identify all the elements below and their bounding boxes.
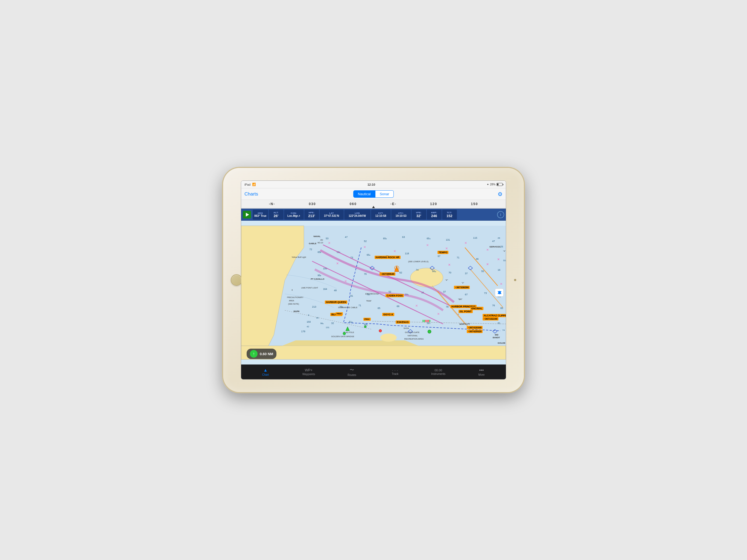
waypoints-label: Waypoints xyxy=(302,373,315,376)
vessel-label-eskenas[interactable]: ESKENAS xyxy=(396,321,410,324)
svg-text:25: 25 xyxy=(500,245,503,248)
nav-item-track[interactable]: - - - Track xyxy=(384,368,406,376)
svg-text:118: 118 xyxy=(405,252,409,255)
svg-text:65: 65 xyxy=(378,307,380,309)
svg-text:GOLDEN GATE: GOLDEN GATE xyxy=(405,331,419,334)
svg-text:39₇: 39₇ xyxy=(427,322,431,325)
svg-text:76: 76 xyxy=(492,304,495,307)
svg-text:47: 47 xyxy=(345,236,347,238)
svg-text:97: 97 xyxy=(438,255,440,258)
svg-text:98₄: 98₄ xyxy=(320,322,324,325)
svg-text:53: 53 xyxy=(326,237,328,240)
svg-text:76: 76 xyxy=(364,273,367,275)
chart-icon: ▲ xyxy=(263,368,268,373)
vessel-label-367425520[interactable]: ~367425520 xyxy=(467,330,483,333)
map-container[interactable]: 53 47 52 65₆ 63 65₆ 131 115 47 25 72 65₈… xyxy=(241,221,506,364)
more-label: More xyxy=(479,373,485,376)
svg-text:78: 78 xyxy=(446,305,448,308)
zoom-control xyxy=(495,288,504,297)
nav-item-more[interactable]: ••• More xyxy=(470,368,492,376)
vessel-label-tempo[interactable]: TEMPO xyxy=(437,251,448,254)
svg-point-139 xyxy=(428,330,431,333)
tab-sonar[interactable]: Sonar xyxy=(376,190,394,198)
svg-text:MID: MID xyxy=(495,334,498,336)
vessel-label-priv2[interactable]: PRIV xyxy=(363,318,371,321)
vessel-label-367389640[interactable]: ~367389640 xyxy=(380,272,395,276)
svg-text:73: 73 xyxy=(484,292,487,295)
svg-rect-151 xyxy=(428,320,429,322)
svg-text:8: 8 xyxy=(292,289,293,291)
play-triangle-icon xyxy=(246,213,249,217)
vessel-label-caden-foss[interactable]: CADEN FOSS xyxy=(386,294,404,297)
lon-field: LON 122°24.044'W xyxy=(344,210,370,220)
svg-text:"4"': "4"' xyxy=(445,279,448,281)
vessel-label-367152240[interactable]: ~367152240 xyxy=(483,317,498,321)
nav-back-button[interactable]: Charts xyxy=(244,192,277,197)
status-right: ✦ 28% xyxy=(487,183,503,186)
wifi-icon: 📶 xyxy=(252,183,256,186)
vessel-label-367419340[interactable]: ~367419340 xyxy=(467,326,483,329)
awp-field: AWP: 246 xyxy=(427,210,442,220)
svg-text:LIME POINT LIGHT: LIME POINT LIGHT xyxy=(301,287,318,289)
nav-item-instruments[interactable]: 00.00 Instruments xyxy=(428,368,449,376)
routes-label: Routes xyxy=(347,374,356,377)
map-svg: 53 47 52 65₆ 63 65₆ 131 115 47 25 72 65₈… xyxy=(241,221,506,364)
settings-icon[interactable]: ⚙ xyxy=(498,191,503,198)
battery-percent: 28% xyxy=(490,183,495,186)
hdg-field: HDG 063° True xyxy=(253,210,268,220)
nav-center: Nautical Sonar xyxy=(277,190,470,198)
svg-text:115: 115 xyxy=(473,236,477,239)
svg-text:AREA: AREA xyxy=(289,300,294,302)
svg-text:71: 71 xyxy=(358,304,361,307)
svg-text:Yellow Bluff Light: Yellow Bluff Light xyxy=(292,256,306,258)
nav-item-chart[interactable]: ▲ Chart xyxy=(255,368,277,376)
routes-icon: 〜 xyxy=(350,367,354,373)
svg-text:TRAF: TRAF xyxy=(366,300,371,302)
instruments-label: Instruments xyxy=(431,373,445,376)
svg-text:8: 8 xyxy=(308,314,309,316)
home-button[interactable] xyxy=(231,274,242,286)
hpe-field: HPE: 213' xyxy=(304,210,319,220)
data-bar: HDG 063° True ALT: 26' CON: Loc.Mgr.+ HP… xyxy=(241,209,506,221)
vessel-label-ggyc[interactable]: GGYC-X xyxy=(382,313,394,316)
vessel-label-harding[interactable]: HARDING ROCK HR xyxy=(375,256,401,259)
svg-text:150: 150 xyxy=(307,321,311,323)
svg-text:178: 178 xyxy=(301,330,305,333)
svg-text:98₄: 98₄ xyxy=(432,270,436,273)
svg-text:37: 37 xyxy=(443,290,446,293)
up-arrow-icon[interactable]: ↑ xyxy=(250,350,258,358)
vessel-label-priv1[interactable]: PRIV xyxy=(335,312,343,315)
nav-item-waypoints[interactable]: WP+ Waypoints xyxy=(298,368,319,376)
svg-rect-147 xyxy=(423,320,423,322)
svg-text:SERVICES: SERVICES xyxy=(489,246,500,248)
vessel-label-isl-point[interactable]: ISL POINT xyxy=(459,310,473,313)
svg-text:GOLDEN GATE BRIDGE: GOLDEN GATE BRIDGE xyxy=(331,335,354,338)
svg-text:81: 81 xyxy=(498,322,500,325)
svg-text:47: 47 xyxy=(492,240,495,243)
svg-text:SUBMARINE CABLE: SUBMARINE CABLE xyxy=(338,306,357,309)
distance-indicator: ↑ 0.60 NM xyxy=(247,349,277,359)
vessel-label-alcatraz[interactable]: ALCATRAZ CLIPPER xyxy=(483,314,506,317)
status-time: 12:10 xyxy=(256,183,487,186)
svg-point-138 xyxy=(364,326,366,328)
svg-text:16: 16 xyxy=(498,269,500,271)
svg-text:48: 48 xyxy=(334,289,337,292)
zoom-in-button[interactable] xyxy=(495,289,504,297)
svg-text:131: 131 xyxy=(446,238,450,241)
nav-item-routes[interactable]: 〜 Routes xyxy=(341,367,363,377)
more-icon: ••• xyxy=(479,368,484,373)
vessel-label-367338290[interactable]: ~367338290 xyxy=(454,286,470,289)
ipad-frame: iPad 📶 12:10 ✦ 28% Charts Nautical Sonar… xyxy=(223,168,524,392)
svg-text:"BR": "BR" xyxy=(458,298,462,301)
distance-value: 0.60 NM xyxy=(260,352,273,356)
svg-text:(SEE LOWER LEVELS): (SEE LOWER LEVELS) xyxy=(408,261,429,263)
info-button[interactable]: i xyxy=(497,211,504,218)
syt-field: SYT: 12:10:58 xyxy=(371,210,391,220)
tab-nautical[interactable]: Nautical xyxy=(353,190,376,198)
play-button[interactable] xyxy=(243,211,251,219)
svg-text:MARK: MARK xyxy=(294,310,300,312)
svg-text:"4": "4" xyxy=(503,250,506,252)
svg-text:NAVAL: NAVAL xyxy=(313,235,320,238)
vessel-label-harbor-queen[interactable]: HARBOR QUEEN xyxy=(325,301,347,304)
compass-indicator xyxy=(372,206,375,208)
